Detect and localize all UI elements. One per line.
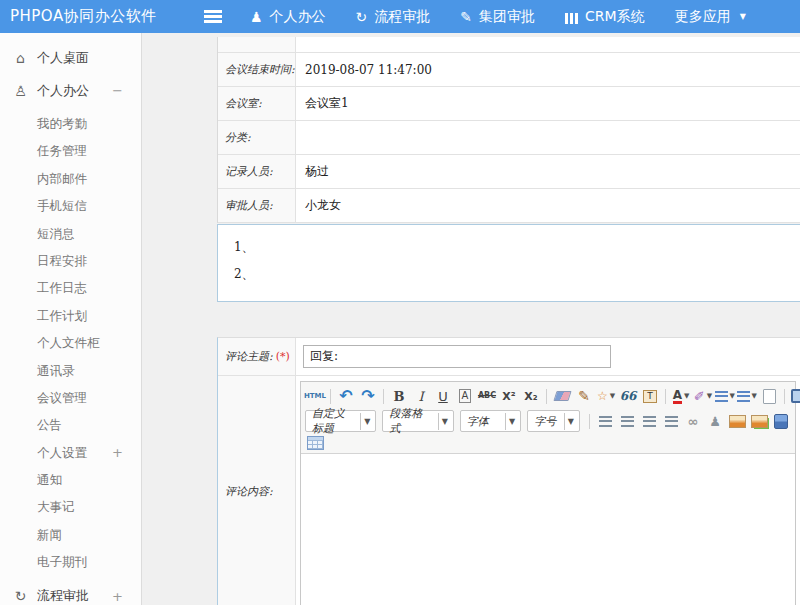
comment-subject-row: 评论主题: (*) — [218, 338, 800, 376]
sidebar-item-meeting-management[interactable]: 会议管理 — [0, 384, 141, 411]
fullscreen-icon[interactable] — [790, 386, 800, 406]
separator — [589, 414, 590, 429]
sidebar-item-work-log[interactable]: 工作日志 — [0, 274, 141, 301]
sidebar-item-internal-mail[interactable]: 内部邮件 — [0, 165, 141, 192]
meeting-minutes-box[interactable]: 1、2、 — [217, 224, 800, 302]
sidebar-item-label: 通讯录 — [37, 357, 75, 384]
form-value-category — [296, 121, 800, 154]
sidebar-section-personal-office[interactable]: ♙ 个人办公 − — [0, 74, 141, 107]
font-family-select[interactable]: 字体▼ — [460, 410, 521, 432]
undo-icon[interactable]: ↶ — [336, 386, 356, 406]
underline-button[interactable]: U — [433, 386, 453, 406]
superscript-button[interactable]: X² — [499, 386, 519, 406]
meeting-detail-table: 会议结束时间:2019-08-07 11:47:00会议室:会议室1分类:记录人… — [217, 37, 800, 223]
minutes-line: 2、 — [234, 261, 800, 288]
sidebar-item-label: 个人文件柜 — [37, 329, 100, 356]
nav-group-approval[interactable]: ✎集团审批 — [460, 8, 535, 26]
toolbar-row-3 — [304, 434, 792, 452]
font-color-icon[interactable]: A▼ — [671, 386, 691, 406]
nav-more-apps[interactable]: 更多应用▼ — [675, 8, 746, 26]
comment-subject-input[interactable] — [303, 345, 611, 368]
bold-button[interactable]: B — [389, 386, 409, 406]
sidebar-item-memorabilia[interactable]: 大事记 — [0, 493, 141, 520]
nav-workflow-approval[interactable]: ↻流程审批 — [356, 8, 431, 26]
caret-down-icon[interactable]: ▼ — [752, 392, 757, 400]
sidebar-item-news[interactable]: 新闻 — [0, 521, 141, 548]
app-logo[interactable]: PHPOA协同办公软件 — [0, 7, 188, 26]
sidebar-item-announcement[interactable]: 公告 — [0, 411, 141, 438]
sidebar-item-mobile-sms[interactable]: 手机短信 — [0, 192, 141, 219]
auto-typeset-icon[interactable]: ☆▼ — [596, 386, 616, 406]
edit-icon: ✎ — [460, 10, 472, 24]
sidebar-item-task-management[interactable]: 任务管理 — [0, 137, 141, 164]
align-right-icon[interactable] — [639, 411, 659, 431]
collapse-toggle[interactable]: − — [112, 83, 123, 98]
expand-toggle[interactable]: + — [112, 439, 123, 466]
ordered-list-icon[interactable]: ▼ — [715, 386, 735, 406]
sidebar-item-schedule[interactable]: 日程安排 — [0, 247, 141, 274]
rich-text-editor: HTML↶↷BIUAABCX²X₂✎☆▼66TA▼✐▼▼▼ 自定义标题▼段落格式… — [300, 381, 796, 605]
person-icon: ♙ — [13, 83, 28, 99]
expand-toggle[interactable]: + — [112, 589, 123, 604]
caret-down-icon[interactable]: ▼ — [438, 413, 451, 430]
sidebar-item-short-message[interactable]: 短消息 — [0, 220, 141, 247]
paste-as-text-icon[interactable]: T — [640, 386, 660, 406]
italic-button[interactable]: I — [411, 386, 431, 406]
separator — [383, 389, 384, 404]
sidebar-item-notice[interactable]: 通知 — [0, 466, 141, 493]
blockquote-icon[interactable]: 66 — [618, 386, 638, 406]
font-size-select[interactable]: 字号▼ — [527, 410, 580, 432]
caret-down-icon[interactable]: ▼ — [360, 413, 373, 430]
subscript-button[interactable]: X₂ — [521, 386, 541, 406]
align-left-icon[interactable] — [595, 411, 615, 431]
caret-down-icon[interactable]: ▼ — [707, 392, 712, 400]
nav-crm-system[interactable]: CRM系统 — [565, 8, 645, 26]
person-icon: ♟ — [250, 10, 263, 24]
sidebar-section-workflow-approval[interactable]: ↻ 流程审批 + — [0, 580, 141, 605]
custom-title-select[interactable]: 自定义标题▼ — [305, 410, 376, 432]
image-manager-icon[interactable] — [749, 411, 769, 431]
sidebar-item-work-plan[interactable]: 工作计划 — [0, 302, 141, 329]
hamburger-icon[interactable] — [204, 10, 222, 23]
align-center-icon[interactable] — [617, 411, 637, 431]
insert-image-icon[interactable] — [727, 411, 747, 431]
sidebar-item-label: 个人桌面 — [37, 49, 89, 67]
anchor-person-icon[interactable]: ♟ — [705, 411, 725, 431]
nav-label: 集团审批 — [479, 8, 535, 26]
remove-format-icon[interactable] — [552, 386, 572, 406]
sidebar-item-personal-desktop[interactable]: ⌂ 个人桌面 — [0, 41, 141, 74]
highlight-color-icon[interactable]: ✐▼ — [693, 386, 713, 406]
nav-personal-office[interactable]: ♟个人办公 — [250, 8, 326, 26]
insert-table-icon[interactable] — [305, 433, 325, 453]
caret-down-icon[interactable]: ▼ — [564, 413, 577, 430]
sidebar-item-label: 会议管理 — [37, 384, 87, 411]
unordered-list-icon[interactable]: ▼ — [737, 386, 757, 406]
align-justify-icon[interactable] — [661, 411, 681, 431]
insert-media-icon[interactable] — [771, 411, 791, 431]
char-border-button[interactable]: A — [455, 386, 475, 406]
editor-content-area[interactable] — [301, 454, 795, 605]
sidebar-item-attendance[interactable]: 我的考勤 — [0, 110, 141, 137]
paragraph-format-select[interactable]: 段落格式▼ — [382, 410, 453, 432]
form-row-end-time: 会议结束时间:2019-08-07 11:47:00 — [218, 53, 800, 87]
sidebar-item-file-cabinet[interactable]: 个人文件柜 — [0, 329, 141, 356]
minutes-line: 1、 — [234, 234, 800, 261]
sidebar-item-personal-settings[interactable]: 个人设置+ — [0, 439, 141, 466]
workflow-icon: ↻ — [356, 10, 368, 24]
caret-down-icon[interactable]: ▼ — [730, 392, 735, 400]
primary-nav: ♟个人办公↻流程审批✎集团审批CRM系统更多应用▼ — [250, 8, 746, 26]
form-label-end-time: 会议结束时间: — [218, 53, 296, 86]
caret-down-icon[interactable]: ▼ — [610, 392, 615, 400]
sidebar: ⌂ 个人桌面 ♙ 个人办公 − 我的考勤任务管理内部邮件手机短信短消息日程安排工… — [0, 33, 142, 605]
caret-down-icon[interactable]: ▼ — [505, 413, 518, 430]
caret-down-icon[interactable]: ▼ — [684, 392, 689, 400]
new-page-icon[interactable] — [759, 386, 779, 406]
html-source-button[interactable]: HTML — [305, 386, 325, 406]
redo-icon[interactable]: ↷ — [358, 386, 378, 406]
link-icon[interactable]: ∞ — [683, 411, 703, 431]
format-painter-icon[interactable]: ✎ — [574, 386, 594, 406]
strikethrough-button[interactable]: ABC — [477, 386, 497, 406]
sidebar-item-contacts[interactable]: 通讯录 — [0, 357, 141, 384]
form-label-meeting-room: 会议室: — [218, 87, 296, 120]
sidebar-item-e-journal[interactable]: 电子期刊 — [0, 548, 141, 575]
